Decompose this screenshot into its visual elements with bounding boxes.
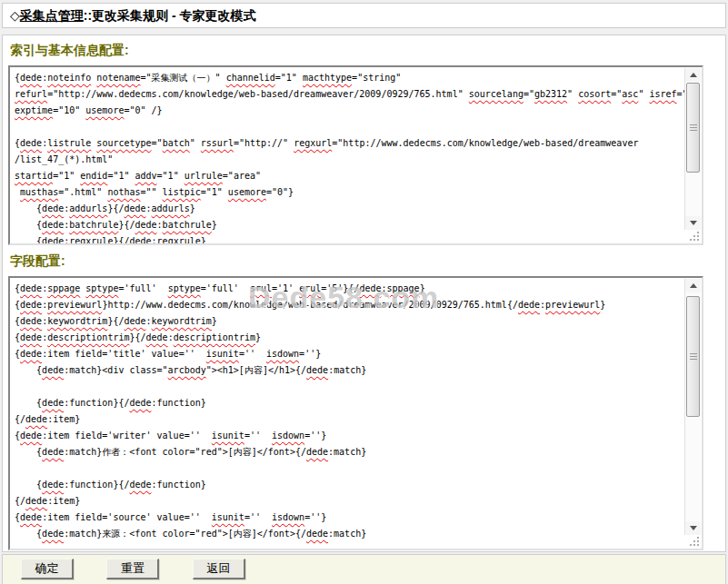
confirm-button[interactable]: 确定 — [21, 559, 74, 579]
section-label-index-config: 索引与基本信息配置: — [10, 43, 720, 59]
field-config-textarea[interactable]: {dede:sppage sptype='full' sptype='full'… — [8, 276, 703, 550]
back-button[interactable]: 返回 — [193, 559, 245, 579]
field-config-scrollbar[interactable] — [684, 279, 701, 535]
resize-grip-icon[interactable] — [697, 544, 699, 546]
page-header: ◇采集点管理::更改采集规则 - 专家更改模式 — [2, 3, 726, 28]
index-config-scrollbar[interactable] — [684, 68, 701, 230]
scroll-track[interactable] — [685, 82, 701, 216]
main-panel: 索引与基本信息配置: {dede:noteinfo notename="采集测试… — [2, 35, 726, 552]
scroll-thumb[interactable] — [686, 296, 700, 417]
resize-grip-icon[interactable] — [697, 239, 699, 241]
diamond-icon: ◇ — [10, 8, 20, 23]
scroll-thumb-grip-icon — [690, 353, 697, 361]
collection-manage-link[interactable]: 采集点管理 — [20, 8, 84, 23]
field-config-editor[interactable]: {dede:sppage sptype='full' sptype='full'… — [10, 278, 684, 549]
page-title: ::更改采集规则 - 专家更改模式 — [84, 8, 256, 23]
index-config-editor[interactable]: {dede:noteinfo notename="采集测试（一）" channe… — [10, 67, 684, 243]
scroll-up-icon[interactable] — [685, 279, 701, 292]
index-config-textarea[interactable]: {dede:noteinfo notename="采集测试（一）" channe… — [8, 65, 703, 245]
section-label-field-config: 字段配置: — [10, 253, 720, 270]
scroll-down-icon[interactable] — [685, 521, 701, 535]
reset-button[interactable]: 重置 — [106, 559, 159, 579]
scroll-down-icon[interactable] — [685, 216, 701, 230]
scroll-thumb-grip-icon — [690, 124, 697, 132]
scroll-thumb[interactable] — [686, 83, 700, 173]
scroll-up-icon[interactable] — [685, 68, 701, 82]
scroll-track[interactable] — [685, 292, 701, 521]
bottom-button-bar: 确定 重置 返回 — [2, 554, 726, 584]
